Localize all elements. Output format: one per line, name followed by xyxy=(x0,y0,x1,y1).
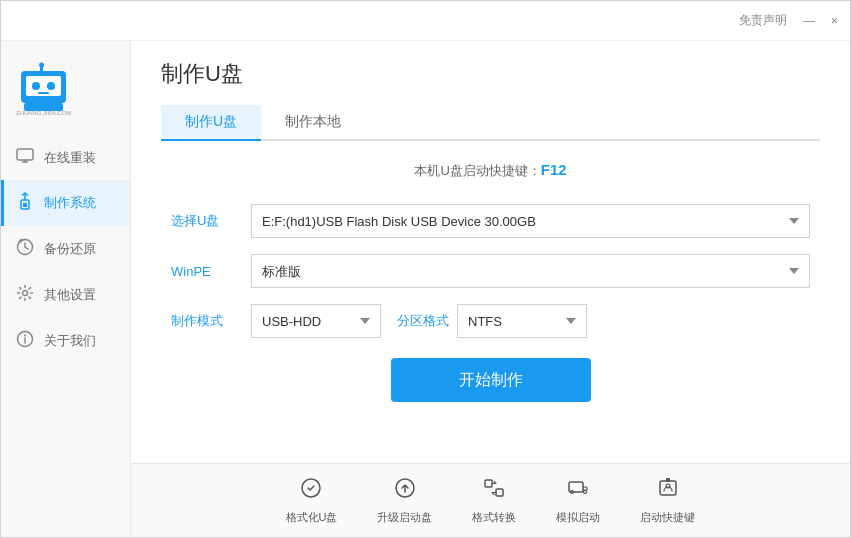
close-button[interactable]: × xyxy=(831,14,838,28)
mode-label: 制作模式 xyxy=(171,312,251,330)
logo-area: ZHUANG.JIBA.COM xyxy=(1,51,130,136)
about-icon xyxy=(16,330,34,352)
partition-select[interactable]: NTFS xyxy=(457,304,587,338)
sidebar-label-other-settings: 其他设置 xyxy=(44,286,96,304)
sidebar: ZHUANG.JIBA.COM 在线重装 xyxy=(1,41,131,537)
tool-format-convert[interactable]: 格式转换 xyxy=(472,476,516,525)
svg-rect-13 xyxy=(23,203,27,207)
tool-format-convert-label: 格式转换 xyxy=(472,510,516,525)
app-logo: ZHUANG.JIBA.COM xyxy=(16,61,86,116)
partition-label: 分区格式 xyxy=(397,312,449,330)
winpe-label: WinPE xyxy=(171,264,251,279)
sidebar-nav: 在线重装 制作系统 xyxy=(1,136,130,537)
tool-upgrade-boot[interactable]: 升级启动盘 xyxy=(377,476,432,525)
svg-point-2 xyxy=(32,82,40,90)
bottom-toolbar: 格式化U盘 升级启动盘 xyxy=(131,463,850,537)
main-window: 免责声明 — × xyxy=(0,0,851,538)
winpe-select[interactable]: 标准版 xyxy=(251,254,810,288)
tool-boot-key-label: 启动快捷键 xyxy=(640,510,695,525)
usb-select[interactable]: E:F:(hd1)USB Flash Disk USB Device 30.00… xyxy=(251,204,810,238)
sidebar-label-about-us: 关于我们 xyxy=(44,332,96,350)
tool-boot-key[interactable]: 启动快捷键 xyxy=(640,476,695,525)
content-header: 制作U盘 制作U盘 制作本地 xyxy=(131,41,850,141)
backup-icon xyxy=(16,238,34,260)
svg-point-16 xyxy=(23,291,28,296)
settings-icon xyxy=(16,284,34,306)
content-area: 制作U盘 制作U盘 制作本地 本机U盘启动快捷键：F12 选择U盘 E:F:(h… xyxy=(131,41,850,537)
tool-format-usb[interactable]: 格式化U盘 xyxy=(286,476,338,525)
winpe-row: WinPE 标准版 xyxy=(171,254,810,288)
minimize-button[interactable]: — xyxy=(803,14,815,28)
boot-key-icon xyxy=(656,476,680,504)
tab-make-local[interactable]: 制作本地 xyxy=(261,105,365,141)
sidebar-item-backup-restore[interactable]: 备份还原 xyxy=(1,226,130,272)
svg-rect-29 xyxy=(666,478,670,482)
tab-bar: 制作U盘 制作本地 xyxy=(161,105,820,141)
sidebar-label-online-reinstall: 在线重装 xyxy=(44,149,96,167)
title-bar: 免责声明 — × xyxy=(1,1,850,41)
mode-partition-row: 制作模式 USB-HDD 分区格式 NTFS xyxy=(171,304,810,338)
tab-make-usb[interactable]: 制作U盘 xyxy=(161,105,261,141)
format-convert-icon xyxy=(482,476,506,504)
tool-simulate-boot[interactable]: 模拟启动 xyxy=(556,476,600,525)
form-area: 本机U盘启动快捷键：F12 选择U盘 E:F:(hd1)USB Flash Di… xyxy=(131,141,850,463)
simulate-boot-icon xyxy=(566,476,590,504)
disclaimer-link[interactable]: 免责声明 xyxy=(739,12,787,29)
sidebar-label-make-system: 制作系统 xyxy=(44,194,96,212)
svg-rect-4 xyxy=(38,92,49,94)
svg-rect-23 xyxy=(496,489,503,496)
title-bar-controls: 免责声明 — × xyxy=(739,12,838,29)
svg-rect-9 xyxy=(17,149,33,160)
shortcut-key-value: F12 xyxy=(541,161,567,178)
usb-label: 选择U盘 xyxy=(171,212,251,230)
mode-select[interactable]: USB-HDD xyxy=(251,304,381,338)
usb-select-row: 选择U盘 E:F:(hd1)USB Flash Disk USB Device … xyxy=(171,204,810,238)
main-layout: ZHUANG.JIBA.COM 在线重装 xyxy=(1,41,850,537)
usb-icon xyxy=(16,192,34,214)
svg-text:ZHUANG.JIBA.COM: ZHUANG.JIBA.COM xyxy=(16,110,71,116)
sidebar-item-online-reinstall[interactable]: 在线重装 xyxy=(1,136,130,180)
upgrade-boot-icon xyxy=(393,476,417,504)
tool-simulate-boot-label: 模拟启动 xyxy=(556,510,600,525)
svg-point-19 xyxy=(24,335,26,337)
format-usb-icon xyxy=(299,476,323,504)
svg-rect-22 xyxy=(485,480,492,487)
svg-point-3 xyxy=(47,82,55,90)
active-indicator xyxy=(1,180,4,226)
start-make-button[interactable]: 开始制作 xyxy=(391,358,591,402)
shortcut-hint: 本机U盘启动快捷键：F12 xyxy=(171,161,810,180)
sidebar-item-other-settings[interactable]: 其他设置 xyxy=(1,272,130,318)
shortcut-hint-text: 本机U盘启动快捷键： xyxy=(414,163,540,178)
tool-upgrade-boot-label: 升级启动盘 xyxy=(377,510,432,525)
sidebar-label-backup-restore: 备份还原 xyxy=(44,240,96,258)
svg-point-25 xyxy=(584,491,587,494)
svg-point-6 xyxy=(39,63,44,68)
monitor-icon xyxy=(16,148,34,168)
sidebar-item-make-system[interactable]: 制作系统 xyxy=(1,180,130,226)
sidebar-item-about-us[interactable]: 关于我们 xyxy=(1,318,130,364)
page-title: 制作U盘 xyxy=(161,59,820,89)
tool-format-usb-label: 格式化U盘 xyxy=(286,510,338,525)
